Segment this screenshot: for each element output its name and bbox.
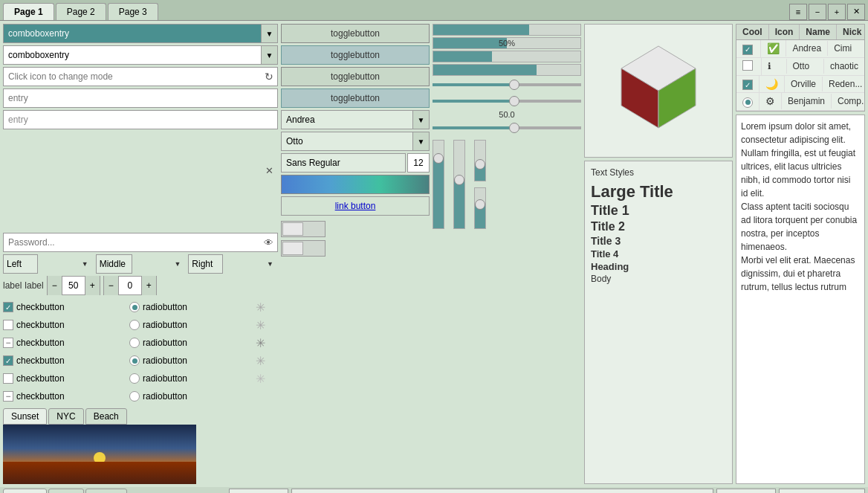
tab-page1[interactable]: Page 1 [3,3,54,20]
vslider2[interactable] [453,140,465,229]
tab-page3[interactable]: Page 3 [108,3,158,20]
toggle1[interactable]: togglebutton [281,24,430,43]
checkbox6[interactable]: − checkbutton [3,388,126,405]
dropdown-right[interactable]: RightLeftCenter [188,254,223,274]
combo1-arrow[interactable]: ▼ [262,24,278,43]
spinbox2-plus[interactable]: + [141,276,156,295]
bottom-tab-nyc[interactable]: NYC [48,489,83,493]
toggle3[interactable]: togglebutton [281,67,430,86]
andrea-arrow[interactable]: ▼ [413,110,430,129]
switch1[interactable] [281,221,326,237]
dropdown-right-wrapper: RightLeftCenter ▼ [188,254,278,274]
combo1-input[interactable] [3,24,262,43]
cube-text-column: Text Styles Large Title Title 1 Title 2 … [584,24,733,484]
eye-icon[interactable]: 👁 [264,237,273,248]
spinbox1-plus[interactable]: + [85,276,100,295]
table-row[interactable]: ✓ 🌙 Orville Reden... [736,76,864,94]
vslider3-thumb[interactable] [475,159,485,170]
vslider1-thumb[interactable] [433,153,444,164]
lorem-paragraph: Lorem ipsum dolor sit amet, consectetur … [741,120,860,294]
minimize-icon[interactable]: − [809,4,826,20]
radio5[interactable]: radiobutton [129,370,253,387]
combo2-input[interactable] [3,45,262,65]
click-icon-input[interactable] [3,67,278,86]
hslider1-thumb[interactable] [509,80,519,90]
main-area: ▼ ▼ ↻ ✕ 👁 LeftCenterRigh [0,21,868,487]
image-tabs: Sunset NYC Beach [3,408,278,425]
maximize-icon[interactable]: + [828,4,846,20]
font-name-input[interactable] [281,153,406,173]
hslider2[interactable] [433,94,581,109]
vslider3[interactable] [474,140,486,181]
table-row[interactable]: ℹ Otto chaotic [736,58,864,76]
radio1[interactable]: radiobutton [129,299,253,315]
color-picker-bar[interactable] [281,175,430,194]
radio4[interactable]: radiobutton [129,352,253,369]
combo2-row: ▼ [3,45,278,65]
dropdown-left-arrow: ▼ [82,260,88,268]
spinbox1-value[interactable] [62,280,85,291]
bottom-image-tabs: Sunset NYC Beach [3,489,226,493]
vslider4-thumb[interactable] [475,199,485,210]
refresh-icon[interactable]: ↻ [265,71,273,83]
andrea-input[interactable] [281,110,413,129]
scale-label: 50.0 [433,110,581,119]
table-row[interactable]: ✓ ✅ Andrea Cimi [736,40,864,58]
hslider3-fill [433,126,514,129]
entry1-input[interactable] [3,88,278,108]
vslider1[interactable] [433,140,444,229]
link-button[interactable]: link button [281,196,430,216]
password-input[interactable] [3,233,278,252]
td-icon4: ⚙ [760,93,782,109]
checkbox4[interactable]: ✓ checkbutton [3,352,126,369]
text-heading: Heading [591,261,726,272]
dropdown-middle[interactable]: MiddleTopBottom [96,254,132,274]
bottom-tab-beach[interactable]: Beach [85,489,127,493]
checkbox5[interactable]: checkbutton [3,370,126,387]
menu-icon[interactable]: ≡ [789,4,807,20]
vslider2-thumb[interactable] [454,175,464,185]
checkbox2[interactable]: checkbutton [3,317,126,333]
hslider1[interactable] [433,77,581,92]
dropdown-left[interactable]: LeftCenterRight [3,254,38,274]
right-panel: Cool Icon Name Nick ✓ ✅ Andrea Cimi ℹ [736,24,865,484]
radio6[interactable]: radiobutton [129,388,253,405]
radio2[interactable]: radiobutton [129,317,253,333]
tab-sunset[interactable]: Sunset [3,408,47,425]
table-row[interactable]: ⚙ Benjamin Comp... [736,93,864,111]
switch2[interactable] [281,240,326,257]
hslider3[interactable] [433,120,581,135]
spinlabel1: label [3,280,22,291]
progressbar2-label: 50% [499,39,515,48]
toggle4[interactable]: togglebutton [281,88,430,108]
spinbox2-minus[interactable]: − [104,276,119,295]
otto-arrow[interactable]: ▼ [413,132,430,151]
checkbox1[interactable]: ✓ checkbutton [3,299,126,315]
entry2-row: ✕ [3,110,278,231]
hslider3-thumb[interactable] [509,123,519,133]
bottom-tab-sunset[interactable]: Sunset [3,489,47,493]
font-size-input[interactable] [407,153,430,173]
vslider4[interactable] [474,187,486,229]
radio3[interactable]: radiobutton [129,335,253,351]
entry2-input[interactable] [3,110,278,129]
spinbox2-value[interactable] [119,280,141,291]
spinbox1-minus[interactable]: − [48,276,62,295]
combo2-arrow[interactable]: ▼ [262,45,278,65]
toggle2[interactable]: togglebutton [281,45,430,65]
radio4-label: radiobutton [143,355,187,366]
progressbar4-fill [433,65,537,75]
tab-beach[interactable]: Beach [85,408,127,425]
hslider1-track [433,83,581,86]
otto-input[interactable] [281,132,413,151]
text-title3: Title 3 [591,235,726,247]
td-name4: Benjamin [782,94,832,109]
tab-page2[interactable]: Page 2 [56,3,106,20]
checkbox3[interactable]: − checkbutton [3,335,126,351]
tab-nyc[interactable]: NYC [48,408,83,425]
checkbox6-label: checkbutton [16,391,65,402]
th-nick: Nick [837,25,865,39]
close-icon[interactable]: ✕ [847,4,865,20]
clear-icon[interactable]: ✕ [265,165,273,176]
hslider2-thumb[interactable] [509,96,519,106]
